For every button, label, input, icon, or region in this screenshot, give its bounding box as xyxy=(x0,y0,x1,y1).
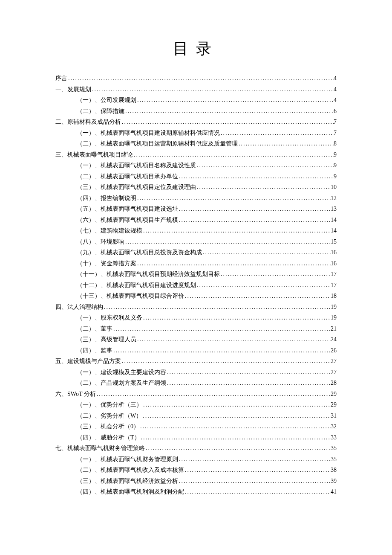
toc-dots xyxy=(178,476,331,487)
toc-dots xyxy=(196,280,331,291)
toc-entry-page: 6 xyxy=(334,106,337,117)
toc-dots xyxy=(178,171,334,182)
toc-entry: （七）、建筑物建设规模14 xyxy=(77,225,337,236)
toc-entry: （十）、资金筹措方案16 xyxy=(77,258,337,269)
toc-entry-label: （二）、机械表面曝气机项目运营期原辅材料供应及质量管理 xyxy=(77,138,238,149)
toc-entry-label: （三）、机械表面曝气机项目定位及建设理由 xyxy=(77,182,196,193)
toc-entry-label: （一）、机械表面曝气机项目建设期原辅材料供应情况 xyxy=(77,128,220,139)
toc-entry: （二）、产品规划方案及生产纲领28 xyxy=(77,378,337,389)
toc-entry: （三）、机械表面曝气机项目定位及建设理由10 xyxy=(77,182,337,193)
toc-entry-label: （三）、机械表面曝气机经济效益分析 xyxy=(77,476,178,487)
toc-entry-label: （三）、机会分析（0） xyxy=(77,421,139,432)
toc-entry: （一）、机械表面曝气机项目名称及建设性质9 xyxy=(77,160,337,171)
toc-entry-label: （四）、威胁分析（T） xyxy=(77,432,140,443)
toc-entry-label: （二）、机械表面曝气机收入及成本核算 xyxy=(77,465,184,476)
toc-entry-page: 7 xyxy=(334,128,337,139)
toc-dots xyxy=(140,432,331,443)
toc-entry-label: （四）、监事 xyxy=(77,345,112,356)
toc-entry: （二）、董事21 xyxy=(77,323,337,334)
toc-entry-page: 15 xyxy=(331,236,337,247)
toc-entry: （二）、劣势分析（W）31 xyxy=(77,410,337,421)
toc-entry-page: 29 xyxy=(331,389,337,400)
toc-entry-label: （一）、机械表面曝气机项目名称及建设性质 xyxy=(77,160,196,171)
toc-entry: （二）、机械表面曝气机项目承办单位9 xyxy=(77,171,337,182)
toc-entry-label: （三）、高级管理人员 xyxy=(77,334,136,345)
toc-entry: （八）、环境影响15 xyxy=(77,236,337,247)
toc-entry: 三、机械表面曝气机项目绪论9 xyxy=(55,149,337,160)
toc-entry-page: 33 xyxy=(331,432,337,443)
toc-entry-label: 序言 xyxy=(55,73,67,84)
toc-entry-page: 9 xyxy=(334,149,337,160)
toc-entry-page: 39 xyxy=(331,476,337,487)
toc-entry-page: 17 xyxy=(331,280,337,291)
toc-entry-label: （二）、保障措施 xyxy=(77,106,124,117)
toc-entry: （四）、机械表面曝气机利润及利润分配41 xyxy=(77,486,337,497)
toc-entry-label: （一）、机械表面曝气机财务管理原则 xyxy=(77,454,178,465)
toc-dots xyxy=(136,334,331,345)
toc-entry-label: 三、机械表面曝气机项目绪论 xyxy=(55,149,133,160)
toc-entry-page: 19 xyxy=(331,302,337,313)
toc-dots xyxy=(112,345,331,356)
toc-dots xyxy=(136,95,334,106)
toc-entry-page: 19 xyxy=(331,312,337,323)
toc-dots xyxy=(124,106,334,117)
toc-dots xyxy=(91,84,334,95)
toc-entry-label: （二）、产品规划方案及生产纲领 xyxy=(77,378,166,389)
toc-entry-page: 13 xyxy=(331,203,337,215)
toc-entry: （十三）、机械表面曝气机项目综合评价18 xyxy=(77,291,337,302)
toc-dots xyxy=(136,193,331,204)
toc-dots xyxy=(184,291,331,302)
toc-entry: 七、机械表面曝气机财务管理策略35 xyxy=(55,443,337,454)
toc-entry-page: 12 xyxy=(331,193,337,204)
toc-entry-label: 七、机械表面曝气机财务管理策略 xyxy=(55,443,145,454)
toc-entry-page: 16 xyxy=(331,247,337,258)
toc-dots xyxy=(184,486,331,497)
toc-entry: 序言4 xyxy=(55,73,337,84)
toc-dots xyxy=(166,367,331,378)
toc-dots xyxy=(178,203,331,215)
toc-entry-page: 17 xyxy=(331,269,337,280)
toc-entry: （四）、威胁分析（T）33 xyxy=(77,432,337,443)
toc-entry: 一、发展规划4 xyxy=(55,84,337,95)
toc-entry: （二）、机械表面曝气机项目运营期原辅材料供应及质量管理8 xyxy=(77,138,337,149)
toc-entry-label: （一）、优势分析（三） xyxy=(77,399,142,410)
toc-dots xyxy=(133,149,334,160)
toc-entry: （四）、监事26 xyxy=(77,345,337,356)
toc-entry-label: （十）、资金筹措方案 xyxy=(77,258,136,269)
toc-entry-page: 14 xyxy=(331,225,337,236)
toc-entry: （一）、机械表面曝气机项目建设期原辅材料供应情况7 xyxy=(77,128,337,139)
toc-entry-page: 35 xyxy=(331,443,337,454)
toc-entry-page: 32 xyxy=(331,421,337,432)
toc-entry: （三）、机械表面曝气机经济效益分析39 xyxy=(77,476,337,487)
toc-entry-label: （五）、机械表面曝气机项目建设选址 xyxy=(77,203,178,215)
toc-entry-label: （八）、环境影响 xyxy=(77,236,124,247)
toc-dots xyxy=(196,160,334,171)
toc-entry-page: 28 xyxy=(331,378,337,389)
toc-dots xyxy=(220,128,334,139)
toc-entry-label: （一）、公司发展规划 xyxy=(77,95,136,106)
toc-dots xyxy=(96,389,331,400)
toc-entry-label: （一）、建设规模及主要建设内容 xyxy=(77,367,166,378)
toc-dots xyxy=(142,312,331,323)
toc-entry-label: 六、SWoT 分析 xyxy=(55,389,96,400)
toc-entry-page: 27 xyxy=(331,356,337,367)
toc-entry-label: （二）、机械表面曝气机项目承办单位 xyxy=(77,171,178,182)
toc-entry: （六）、机械表面曝气机项目生产规模14 xyxy=(77,215,337,226)
toc-entry-label: （九）、机械表面曝气机项目总投资及资金构成 xyxy=(77,247,202,258)
toc-dots xyxy=(178,215,331,226)
toc-container: 序言4一、发展规划4（一）、公司发展规划4（二）、保障措施6二、原辅材料及成品分… xyxy=(55,73,337,497)
toc-entry: 二、原辅材料及成品分析7 xyxy=(55,116,337,128)
toc-dots xyxy=(103,302,331,313)
toc-dots xyxy=(145,443,331,454)
toc-entry-label: （十一）、机械表面曝气机项目预期经济效益规划目标 xyxy=(77,269,220,280)
toc-entry: （一）、机械表面曝气机财务管理原则35 xyxy=(77,454,337,465)
toc-entry-label: （一）、股东权利及义务 xyxy=(77,312,142,323)
toc-entry-page: 24 xyxy=(331,334,337,345)
toc-entry-page: 31 xyxy=(331,410,337,421)
toc-dots xyxy=(112,323,331,334)
toc-entry: （一）、优势分析（三）29 xyxy=(77,399,337,410)
toc-dots xyxy=(139,421,331,432)
toc-entry-page: 26 xyxy=(331,345,337,356)
toc-entry-label: （二）、董事 xyxy=(77,323,112,334)
toc-entry-label: （十二）、机械表面曝气机项目建设进度规划 xyxy=(77,280,196,291)
